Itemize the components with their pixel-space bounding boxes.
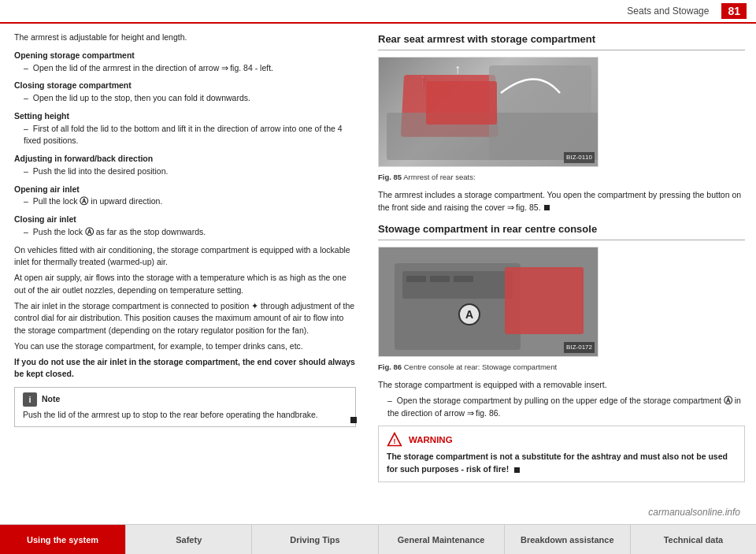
page-header: Seats and Stowage 81 xyxy=(0,0,756,24)
section-label-4: Adjusting in forward/back direction xyxy=(14,153,356,165)
fig-85-id: BIZ-0110 xyxy=(564,152,595,163)
section-4-item: Push the lid into the desired position. xyxy=(24,165,356,178)
note-box: i Note Push the lid of the armrest up to… xyxy=(14,387,356,427)
warning-header: ! WARNING xyxy=(387,432,736,448)
para-3: The air inlet in the storage compartment… xyxy=(14,300,356,337)
fig-85-caption-text: Armrest of rear seats: xyxy=(403,173,475,181)
right-column: Rear seat armrest with storage compartme… xyxy=(370,32,756,518)
section-title-stowage: Stowage compartment in rear centre conso… xyxy=(378,221,745,240)
end-marker-3 xyxy=(514,467,520,473)
nav-technical[interactable]: Technical data xyxy=(631,525,756,554)
warning-icon: ! xyxy=(387,432,402,448)
para-4: You can use the storage compartment, for… xyxy=(14,340,356,353)
section-6-item: Push the lock Ⓐ as far as the stop downw… xyxy=(24,226,356,239)
section-title-rear-armrest: Rear seat armrest with storage compartme… xyxy=(378,32,745,50)
svg-rect-8 xyxy=(406,276,426,282)
section-5-item: Pull the lock Ⓐ in upward direction. xyxy=(24,195,356,208)
stowage-dash: Open the storage compartment by pulling … xyxy=(387,395,745,420)
svg-rect-9 xyxy=(430,276,450,282)
nav-label-safety: Safety xyxy=(176,535,202,545)
section-label-2: Closing storage compartment xyxy=(14,80,356,92)
info-icon: i xyxy=(23,392,37,407)
warning-box: ! WARNING The storage compartment is not… xyxy=(378,426,745,482)
svg-rect-3 xyxy=(426,81,497,125)
nav-safety[interactable]: Safety xyxy=(126,525,252,554)
section-label-5: Opening air inlet xyxy=(14,184,356,196)
rear-armrest-text: The armrest includes a storage compartme… xyxy=(378,189,745,214)
nav-using-system[interactable]: Using the system xyxy=(0,525,126,554)
nav-label-driving: Driving Tips xyxy=(290,535,339,545)
section-3-item: First of all fold the lid to the bottom … xyxy=(24,123,356,148)
section-label-1: Opening storage compartment xyxy=(14,50,356,62)
section-label-3: Setting height xyxy=(14,110,356,123)
chapter-title: Seats and Stowage xyxy=(627,6,709,17)
fig-86-caption: Fig. 86 Centre console at rear: Stowage … xyxy=(378,362,745,373)
stowage-text: The storage compartment is equipped with… xyxy=(378,379,745,392)
nav-breakdown[interactable]: Breakdown assistance xyxy=(505,525,631,554)
left-column: The armrest is adjustable for height and… xyxy=(0,32,370,518)
nav-driving-tips[interactable]: Driving Tips xyxy=(252,525,378,554)
bottom-navigation: Using the system Safety Driving Tips Gen… xyxy=(0,524,756,554)
para-5-bold: If you do not use the air inlet in the s… xyxy=(14,356,356,381)
nav-general-maintenance[interactable]: General Maintenance xyxy=(379,525,505,554)
figure-86: A BIZ-0172 xyxy=(378,247,598,357)
fig-85-caption: Fig. 85 Armrest of rear seats: xyxy=(378,172,745,183)
warning-label: WARNING xyxy=(409,433,453,447)
nav-label-using: Using the system xyxy=(27,535,98,545)
figure-86-svg: A xyxy=(379,247,598,357)
section-1-item: Open the lid of the armrest in the direc… xyxy=(24,62,356,75)
watermark: carmanualsonline.info xyxy=(648,507,740,518)
nav-label-technical: Technical data xyxy=(664,535,724,545)
para-1: On vehicles fitted with air conditioning… xyxy=(14,244,356,270)
note-header: i Note xyxy=(23,392,347,407)
svg-text:↑: ↑ xyxy=(454,62,461,76)
figure-85: ↑ ↑ BIZ-0110 xyxy=(378,57,598,167)
figure-85-svg: ↑ xyxy=(379,58,598,167)
warning-text: The storage compartment is not a substit… xyxy=(387,451,736,476)
note-text: Push the lid of the armrest up to stop t… xyxy=(23,409,347,422)
svg-rect-11 xyxy=(505,267,584,334)
page-number: 81 xyxy=(721,3,747,19)
svg-rect-10 xyxy=(454,276,473,282)
svg-text:A: A xyxy=(465,308,473,321)
note-label: Note xyxy=(42,393,60,406)
nav-label-maintenance: General Maintenance xyxy=(398,535,485,545)
end-marker-2 xyxy=(544,205,550,210)
main-content: The armrest is adjustable for height and… xyxy=(0,24,756,518)
section-2-item: Open the lid up to the stop, then you ca… xyxy=(24,92,356,105)
para-2: At open air supply, air flows into the s… xyxy=(14,272,356,297)
end-marker xyxy=(350,417,357,423)
svg-text:!: ! xyxy=(393,437,395,445)
fig-86-id: BIZ-0172 xyxy=(564,342,595,353)
svg-rect-7 xyxy=(402,271,513,299)
intro-text: The armrest is adjustable for height and… xyxy=(14,32,356,44)
nav-label-breakdown: Breakdown assistance xyxy=(521,535,614,545)
fig-86-caption-text: Centre console at rear: Stowage compartm… xyxy=(404,363,557,371)
section-label-6: Closing air inlet xyxy=(14,214,356,226)
